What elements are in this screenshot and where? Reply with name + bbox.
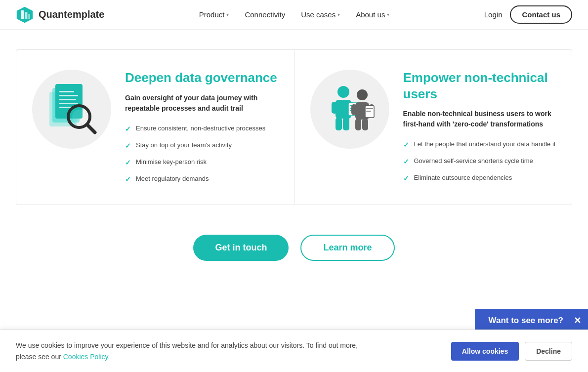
- svg-point-15: [337, 86, 349, 98]
- cookies-policy-link[interactable]: Cookies Policy.: [63, 353, 110, 361]
- check-icon: ✓: [125, 141, 131, 151]
- governance-subtitle: Gain oversight of your data journey with…: [125, 93, 278, 114]
- check-icon: ✓: [125, 124, 131, 134]
- svg-rect-10: [59, 103, 78, 104]
- navbar: Quantemplate Product ▾ Connectivity Use …: [0, 0, 588, 30]
- contact-us-button[interactable]: Contact us: [510, 5, 572, 24]
- chevron-down-icon: ▾: [387, 12, 389, 17]
- feature-cards: Deepen data governance Gain oversight of…: [16, 49, 572, 205]
- governance-title: Deepen data governance: [125, 70, 278, 86]
- governance-card-body: Deepen data governance Gain oversight of…: [125, 70, 278, 185]
- nav-use-cases[interactable]: Use cases ▾: [295, 6, 346, 23]
- governance-illustration: [40, 77, 104, 141]
- svg-rect-33: [366, 111, 371, 112]
- svg-rect-30: [362, 119, 368, 130]
- svg-rect-8: [59, 95, 78, 96]
- get-in-touch-button[interactable]: Get in touch: [193, 235, 289, 261]
- svg-rect-20: [343, 118, 349, 130]
- svg-line-14: [87, 124, 95, 132]
- list-item: ✓ Ensure consistent, non-destructive pro…: [125, 124, 278, 134]
- logo-text: Quantemplate: [39, 9, 104, 20]
- main-content: Deepen data governance Gain oversight of…: [0, 30, 588, 290]
- svg-rect-32: [366, 108, 373, 109]
- empower-title: Empower non-technical users: [403, 70, 556, 102]
- governance-icon-wrap: [32, 70, 111, 149]
- svg-rect-7: [59, 91, 74, 92]
- list-item: ✓ Meet regulatory demands: [125, 174, 278, 185]
- nav-connectivity[interactable]: Connectivity: [239, 6, 291, 23]
- learn-more-button[interactable]: Learn more: [300, 235, 394, 261]
- check-icon: ✓: [403, 173, 409, 184]
- empower-list: ✓ Let the people that understand your da…: [403, 139, 556, 184]
- logo[interactable]: Quantemplate: [16, 6, 104, 24]
- svg-rect-3: [28, 14, 30, 19]
- chevron-down-icon: ▾: [226, 12, 229, 17]
- cookie-text: We use cookies to improve your experienc…: [16, 340, 362, 362]
- list-item: ✓ Governed self-service shortens cycle t…: [403, 156, 556, 167]
- empower-icon-wrap: [310, 70, 389, 149]
- login-link[interactable]: Login: [484, 10, 503, 19]
- decline-button[interactable]: Decline: [525, 342, 572, 361]
- nav-about-us[interactable]: About us ▾: [350, 6, 395, 23]
- empower-illustration: [318, 77, 382, 141]
- check-icon: ✓: [403, 140, 409, 150]
- chevron-down-icon: ▾: [337, 12, 340, 17]
- svg-rect-19: [336, 118, 342, 130]
- nav-links: Product ▾ Connectivity Use cases ▾ About…: [193, 6, 396, 23]
- svg-rect-17: [332, 102, 337, 114]
- empower-subtitle: Enable non-technical business users to w…: [403, 109, 556, 129]
- svg-point-13: [72, 110, 86, 124]
- governance-list: ✓ Ensure consistent, non-destructive pro…: [125, 124, 278, 185]
- check-icon: ✓: [125, 158, 131, 168]
- want-to-see-more-banner: Want to see more? ✕: [475, 309, 588, 332]
- svg-rect-29: [355, 119, 361, 130]
- check-icon: ✓: [403, 157, 409, 167]
- list-item: ✓ Eliminate outsource dependencies: [403, 173, 556, 184]
- svg-rect-2: [25, 12, 27, 19]
- empower-card-body: Empower non-technical users Enable non-t…: [403, 70, 556, 184]
- empower-card: Empower non-technical users Enable non-t…: [294, 50, 572, 205]
- svg-rect-27: [351, 104, 356, 115]
- nav-right: Login Contact us: [484, 5, 572, 24]
- cookie-actions: Allow cookies Decline: [451, 342, 572, 361]
- list-item: ✓ Stay on top of your team's activity: [125, 140, 278, 151]
- list-item: ✓ Let the people that understand your da…: [403, 139, 556, 150]
- cookie-banner: We use cookies to improve your experienc…: [0, 330, 588, 372]
- governance-card: Deepen data governance Gain oversight of…: [16, 50, 294, 205]
- svg-point-25: [357, 89, 368, 100]
- logo-icon: [16, 6, 34, 24]
- allow-cookies-button[interactable]: Allow cookies: [451, 342, 519, 361]
- check-icon: ✓: [125, 174, 131, 185]
- svg-rect-1: [21, 10, 24, 19]
- cta-section: Get in touch Learn more: [16, 235, 572, 261]
- close-icon[interactable]: ✕: [574, 315, 581, 326]
- nav-product[interactable]: Product ▾: [193, 6, 235, 23]
- list-item: ✓ Minimise key-person risk: [125, 157, 278, 168]
- svg-rect-9: [59, 99, 76, 100]
